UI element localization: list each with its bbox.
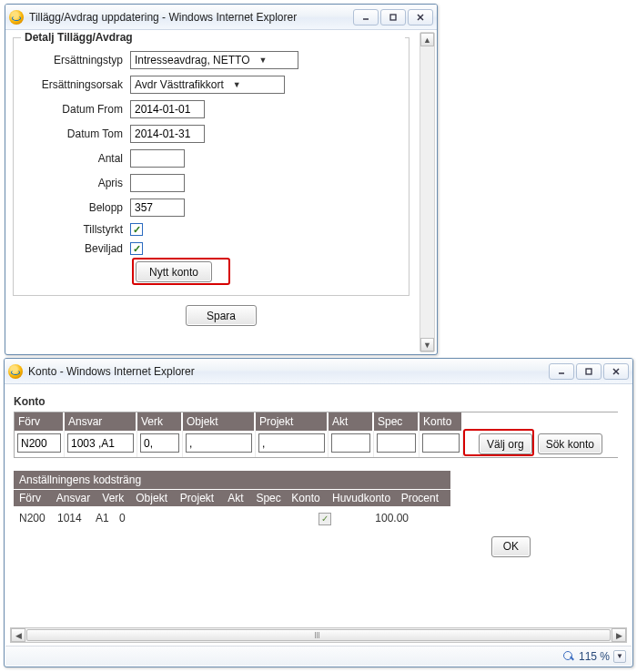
input-spec[interactable] [377,433,416,453]
input-datum-tom[interactable] [130,125,205,143]
col-actions [463,412,618,431]
h-verk: Verk [102,492,130,504]
ok-button[interactable]: OK [491,536,531,557]
check-icon: ✓ [133,244,141,254]
checkbox-huvudkonto[interactable]: ✓ [318,513,331,525]
window-body: Konto Förv Ansvar Verk Objekt Projekt Ak… [5,384,632,647]
window-body: ▲ ▼ Detalj Tillägg/Avdrag Ersättningstyp… [5,30,437,354]
close-button[interactable] [603,363,629,380]
nytt-konto-button[interactable]: Nytt konto [136,261,212,282]
input-datum-from[interactable] [130,100,205,118]
fieldset-legend: Detalj Tillägg/Avdrag [21,31,405,44]
window-tillagg-avdrag: Tillägg/Avdrag uppdatering - Windows Int… [5,4,438,355]
close-button[interactable] [408,9,433,25]
chevron-down-icon: ▼ [259,56,268,65]
label-beviljad: Beviljad [19,242,130,255]
ie-icon [8,364,23,379]
valj-org-button[interactable]: Välj org [479,433,532,454]
col-verk: Verk [137,412,183,431]
konto-table: Förv Ansvar Verk Objekt Projekt Akt Spec… [14,412,618,458]
input-antal[interactable] [130,149,185,168]
input-projekt[interactable] [258,433,325,453]
spara-button[interactable]: Spara [186,305,257,326]
label-belopp: Belopp [19,201,130,214]
scroll-right-button[interactable]: ▶ [612,628,626,642]
input-belopp[interactable] [130,199,185,217]
col-ansvar: Ansvar [65,412,137,431]
ie-icon [9,10,24,25]
h-objekt: Objekt [136,492,175,504]
label-apris: Apris [19,177,130,189]
label-ersattningsorsak: Ersättningsorsak [19,78,130,91]
minimize-button[interactable] [353,9,379,25]
d-forv: N200 [19,512,52,524]
minimize-button[interactable] [549,363,574,380]
h-akt: Akt [228,492,250,504]
select-value: Intresseavdrag, NETTO [135,54,250,66]
vertical-scrollbar[interactable]: ▲ ▼ [420,32,435,352]
h-konto: Konto [291,492,327,504]
maximize-button[interactable] [576,363,602,380]
checkbox-tillstyrkt[interactable]: ✓ [130,223,143,236]
window-konto: Konto - Windows Internet Explorer Konto … [4,358,633,667]
zoom-dropdown[interactable]: ▼ [613,650,626,663]
select-ersattningsorsak[interactable]: Avdr Västtrafikkort ▼ [130,76,285,94]
input-objekt[interactable] [186,433,252,453]
scroll-thumb[interactable] [26,629,611,641]
d-objekt: 0 [119,512,130,524]
input-konto[interactable] [422,433,460,453]
input-verk[interactable] [140,433,179,453]
select-ersattningstyp[interactable]: Intresseavdrag, NETTO ▼ [130,51,298,69]
zoom-icon [562,650,575,663]
svg-rect-1 [390,15,396,20]
horizontal-scrollbar[interactable]: ◀ ▶ [10,627,627,643]
statusbar: 115 % ▼ [5,646,632,666]
h-huvudkonto: Huvudkonto [332,492,396,504]
window-controls [549,363,629,380]
anst-title: Anställningens kodsträng [14,471,450,489]
label-antal: Antal [19,152,130,165]
titlebar[interactable]: Konto - Windows Internet Explorer [5,359,632,384]
col-forv: Förv [15,412,65,431]
detail-fieldset: Detalj Tillägg/Avdrag Ersättningstyp Int… [13,37,410,296]
konto-panel-title: Konto [14,395,632,408]
window-title: Tillägg/Avdrag uppdatering - Windows Int… [29,11,353,24]
anstallning-panel: Anställningens kodsträng Förv Ansvar Ver… [14,471,450,529]
select-value: Avdr Västtrafikkort [135,78,224,91]
d-verk: A1 [96,512,114,524]
h-projekt: Projekt [180,492,222,504]
svg-rect-5 [586,369,592,374]
window-title: Konto - Windows Internet Explorer [28,365,549,378]
window-controls [353,9,433,25]
check-icon: ✓ [321,514,329,524]
titlebar[interactable]: Tillägg/Avdrag uppdatering - Windows Int… [5,5,437,30]
scroll-left-button[interactable]: ◀ [11,628,25,642]
h-procent: Procent [401,492,445,504]
h-forv: Förv [19,492,51,504]
anst-data-row: N200 1014 A1 0 ✓ 100.00 [14,508,450,529]
d-procent: 100.00 [363,512,409,524]
maximize-button[interactable] [380,9,406,25]
input-apris[interactable] [130,174,185,192]
col-projekt: Projekt [256,412,329,431]
h-ansvar: Ansvar [56,492,97,504]
chevron-down-icon: ▼ [233,80,241,89]
label-tillstyrkt: Tillstyrkt [19,223,130,236]
anst-header-row: Förv Ansvar Verk Objekt Projekt Akt Spec… [14,490,450,506]
label-datum-tom: Datum Tom [19,127,130,140]
scroll-down-button[interactable]: ▼ [420,338,434,351]
label-ersattningstyp: Ersättningstyp [19,54,130,66]
input-ansvar[interactable] [67,433,134,453]
label-datum-from: Datum From [19,103,130,116]
check-icon: ✓ [133,225,141,235]
input-forv[interactable] [17,433,61,453]
col-spec: Spec [374,412,420,431]
sok-konto-button[interactable]: Sök konto [538,433,602,454]
col-akt: Akt [329,412,374,431]
input-akt[interactable] [331,433,370,453]
col-konto: Konto [420,412,463,431]
h-spec: Spec [256,492,286,504]
scroll-up-button[interactable]: ▲ [420,33,434,46]
d-ansvar: 1014 [57,512,90,524]
checkbox-beviljad[interactable]: ✓ [130,242,143,255]
